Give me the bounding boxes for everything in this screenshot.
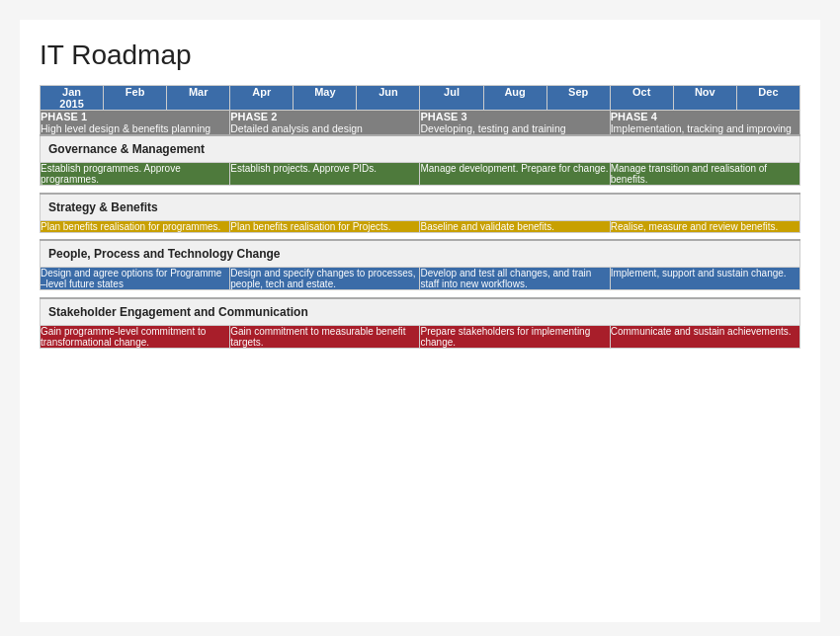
people-content-row: Design and agree options for Programme –…	[41, 268, 800, 290]
stakeholder-cell-3: Prepare stakeholders for implementing ch…	[420, 325, 610, 348]
people-cell-4: Implement, support and sustain change.	[610, 268, 799, 290]
strategy-cell-4: Realise, measure and review benefits.	[610, 220, 799, 232]
month-feb: Feb	[104, 86, 167, 111]
header-row: Jan2015 Feb Mar Apr May Jun Jul Aug Sep …	[41, 86, 800, 111]
people-cell-1: Design and agree options for Programme –…	[41, 268, 230, 290]
section-stakeholder-title: Stakeholder Engagement and Communication	[41, 298, 800, 326]
section-people-title: People, Process and Technology Change	[41, 240, 800, 268]
section-strategy-title: Strategy & Benefits	[41, 194, 800, 221]
strategy-cell-1: Plan benefits realisation for programmes…	[41, 220, 230, 232]
section-strategy-header: Strategy & Benefits	[41, 194, 800, 221]
phase-4-desc: Implementation, tracking and improving	[611, 122, 799, 134]
month-mar: Mar	[167, 86, 230, 111]
month-nov: Nov	[673, 86, 736, 111]
month-may: May	[294, 86, 357, 111]
phase-2-label: PHASE 2	[230, 111, 419, 122]
phase-4-label: PHASE 4	[611, 111, 799, 122]
page-title: IT Roadmap	[40, 40, 800, 71]
phase-1-desc: High level design & benefits planning	[41, 122, 229, 134]
section-governance-header: Governance & Management	[41, 135, 800, 163]
phase-1-cell: PHASE 1 High level design & benefits pla…	[41, 111, 230, 136]
month-jun: Jun	[357, 86, 420, 111]
people-cell-2: Design and specify changes to processes,…	[230, 268, 420, 290]
section-governance-title: Governance & Management	[41, 135, 800, 163]
month-jul: Jul	[420, 86, 483, 111]
month-oct: Oct	[610, 86, 673, 111]
governance-content-row: Establish programmes. Approve programmes…	[41, 163, 800, 186]
roadmap-table: Jan2015 Feb Mar Apr May Jun Jul Aug Sep …	[40, 85, 800, 349]
governance-cell-1: Establish programmes. Approve programmes…	[41, 163, 230, 186]
spacer-1	[41, 186, 800, 194]
people-cell-3: Develop and test all changes, and train …	[420, 268, 610, 290]
phase-3-label: PHASE 3	[420, 111, 609, 122]
spacer-3	[41, 290, 800, 298]
stakeholder-content-row: Gain programme-level commitment to trans…	[41, 325, 800, 348]
governance-cell-4: Manage transition and realisation of ben…	[610, 163, 799, 186]
section-people-header: People, Process and Technology Change	[41, 240, 800, 268]
month-aug: Aug	[483, 86, 546, 111]
phase-3-cell: PHASE 3 Developing, testing and training	[420, 111, 610, 136]
phase-2-desc: Detailed analysis and design	[230, 122, 419, 134]
page: IT Roadmap Jan2015 Feb Mar Apr May Jun J…	[20, 20, 820, 622]
section-stakeholder-header: Stakeholder Engagement and Communication	[41, 298, 800, 326]
month-dec: Dec	[736, 86, 799, 111]
stakeholder-cell-4: Communicate and sustain achievements.	[610, 325, 799, 348]
stakeholder-cell-2: Gain commitment to measurable benefit ta…	[230, 325, 420, 348]
month-apr: Apr	[230, 86, 294, 111]
governance-cell-2: Establish projects. Approve PIDs.	[230, 163, 420, 186]
phase-4-cell: PHASE 4 Implementation, tracking and imp…	[610, 111, 799, 136]
phase-2-cell: PHASE 2 Detailed analysis and design	[230, 111, 420, 136]
phase-row: PHASE 1 High level design & benefits pla…	[41, 111, 800, 136]
strategy-content-row: Plan benefits realisation for programmes…	[41, 220, 800, 232]
stakeholder-cell-1: Gain programme-level commitment to trans…	[41, 325, 230, 348]
governance-cell-3: Manage development. Prepare for change.	[420, 163, 610, 186]
month-sep: Sep	[546, 86, 610, 111]
spacer-2	[41, 232, 800, 240]
month-jan: Jan2015	[41, 86, 104, 111]
phase-3-desc: Developing, testing and training	[420, 122, 609, 134]
phase-1-label: PHASE 1	[41, 111, 229, 122]
strategy-cell-2: Plan benefits realisation for Projects.	[230, 220, 420, 232]
strategy-cell-3: Baseline and validate benefits.	[420, 220, 610, 232]
